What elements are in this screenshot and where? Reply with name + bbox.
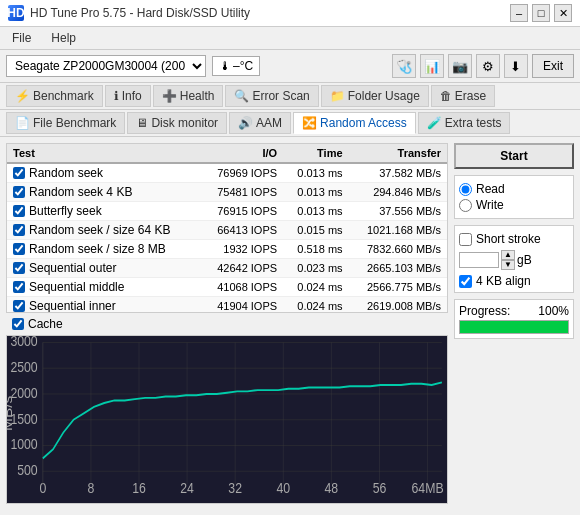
nav-tab-folder-usage[interactable]: 📁Folder Usage bbox=[321, 85, 429, 107]
random-access-icon: 🔀 bbox=[302, 116, 317, 130]
read-radio-row: Read bbox=[459, 182, 569, 196]
title-bar-left: HD HD Tune Pro 5.75 - Hard Disk/SSD Util… bbox=[8, 5, 250, 21]
thermometer-icon: 🌡 bbox=[219, 59, 231, 73]
drive-select[interactable]: Seagate ZP2000GM30004 (2000 GB) bbox=[6, 55, 206, 77]
disk-monitor-label: Disk monitor bbox=[151, 116, 218, 130]
row-checkbox-3[interactable] bbox=[13, 224, 25, 236]
transfer-3: 1021.168 MB/s bbox=[349, 221, 447, 240]
test-name-3: Random seek / size 64 KB bbox=[7, 221, 201, 240]
start-button[interactable]: Start bbox=[454, 143, 574, 169]
time-2: 0.013 ms bbox=[283, 202, 348, 221]
maximize-button[interactable]: □ bbox=[532, 4, 550, 22]
health-label: Health bbox=[180, 89, 215, 103]
icon-health[interactable]: 🩺 bbox=[392, 54, 416, 78]
align-label: 4 KB align bbox=[476, 274, 531, 288]
nav-tab-extra-tests[interactable]: 🧪Extra tests bbox=[418, 112, 511, 134]
transfer-6: 2566.775 MB/s bbox=[349, 278, 447, 297]
row-checkbox-7[interactable] bbox=[13, 300, 25, 312]
short-stroke-checkbox[interactable] bbox=[459, 233, 472, 246]
test-name-6: Sequential middle bbox=[7, 278, 201, 297]
table-row: Random seek 4 KB75481 IOPS0.013 ms294.84… bbox=[7, 183, 447, 202]
align-row: 4 KB align bbox=[459, 274, 569, 288]
nav-tab-file-benchmark[interactable]: 📄File Benchmark bbox=[6, 112, 125, 134]
progress-percent: 100% bbox=[538, 304, 569, 318]
read-radio[interactable] bbox=[459, 183, 472, 196]
nav-tab-disk-monitor[interactable]: 🖥Disk monitor bbox=[127, 112, 227, 134]
row-checkbox-1[interactable] bbox=[13, 186, 25, 198]
col-header-transfer: Transfer bbox=[349, 144, 447, 163]
transfer-4: 7832.660 MB/s bbox=[349, 240, 447, 259]
spin-up-button[interactable]: ▲ bbox=[501, 250, 515, 260]
svg-text:2500: 2500 bbox=[10, 357, 38, 375]
nav-tab-error-scan[interactable]: 🔍Error Scan bbox=[225, 85, 318, 107]
random-access-label: Random Access bbox=[320, 116, 407, 130]
nav-tab-info[interactable]: ℹInfo bbox=[105, 85, 151, 107]
read-label: Read bbox=[476, 182, 505, 196]
time-7: 0.024 ms bbox=[283, 297, 348, 313]
table-row: Sequential middle41068 IOPS0.024 ms2566.… bbox=[7, 278, 447, 297]
test-name-5: Sequential outer bbox=[7, 259, 201, 278]
nav-tab-health[interactable]: ➕Health bbox=[153, 85, 224, 107]
icon-download[interactable]: ⬇ bbox=[504, 54, 528, 78]
title-bar: HD HD Tune Pro 5.75 - Hard Disk/SSD Util… bbox=[0, 0, 580, 27]
chart-area: 3000 2500 2000 1500 1000 500 MB/s 0 8 16… bbox=[6, 335, 448, 505]
nav-tab-benchmark[interactable]: ⚡Benchmark bbox=[6, 85, 103, 107]
row-checkbox-6[interactable] bbox=[13, 281, 25, 293]
time-1: 0.013 ms bbox=[283, 183, 348, 202]
row-checkbox-0[interactable] bbox=[13, 167, 25, 179]
stroke-value[interactable]: 40 bbox=[459, 252, 499, 268]
info-icon: ℹ bbox=[114, 89, 119, 103]
icon-camera[interactable]: 📷 bbox=[448, 54, 472, 78]
row-checkbox-2[interactable] bbox=[13, 205, 25, 217]
temp-value: –°C bbox=[233, 59, 253, 73]
icon-info[interactable]: 📊 bbox=[420, 54, 444, 78]
icon-settings[interactable]: ⚙ bbox=[476, 54, 500, 78]
main-content: TestI/OTimeTransferRandom seek76969 IOPS… bbox=[0, 137, 580, 512]
io-6: 41068 IOPS bbox=[201, 278, 283, 297]
title-controls[interactable]: – □ ✕ bbox=[510, 4, 572, 22]
time-5: 0.023 ms bbox=[283, 259, 348, 278]
results-panel: TestI/OTimeTransferRandom seek76969 IOPS… bbox=[6, 143, 448, 313]
menu-file[interactable]: File bbox=[8, 29, 35, 47]
table-row: Random seek / size 8 MB1932 IOPS0.518 ms… bbox=[7, 240, 447, 259]
erase-icon: 🗑 bbox=[440, 89, 452, 103]
write-radio[interactable] bbox=[459, 199, 472, 212]
close-button[interactable]: ✕ bbox=[554, 4, 572, 22]
toolbar: Seagate ZP2000GM30004 (2000 GB) 🌡 –°C 🩺 … bbox=[0, 50, 580, 83]
io-0: 76969 IOPS bbox=[201, 163, 283, 183]
col-header-test: Test bbox=[7, 144, 201, 163]
progress-text: Progress: bbox=[459, 304, 510, 318]
io-1: 75481 IOPS bbox=[201, 183, 283, 202]
right-panel: Start Read Write Short stroke 40 ▲ ▼ bbox=[454, 143, 574, 506]
benchmark-label: Benchmark bbox=[33, 89, 94, 103]
test-name-7: Sequential inner bbox=[7, 297, 201, 313]
options-group: Short stroke 40 ▲ ▼ gB 4 KB align bbox=[454, 225, 574, 293]
io-7: 41904 IOPS bbox=[201, 297, 283, 313]
transfer-2: 37.556 MB/s bbox=[349, 202, 447, 221]
spin-down-button[interactable]: ▼ bbox=[501, 260, 515, 270]
cache-label: Cache bbox=[28, 317, 63, 331]
transfer-0: 37.582 MB/s bbox=[349, 163, 447, 183]
svg-text:500: 500 bbox=[17, 460, 38, 478]
minimize-button[interactable]: – bbox=[510, 4, 528, 22]
app-icon: HD bbox=[8, 5, 24, 21]
aam-icon: 🔊 bbox=[238, 116, 253, 130]
file-benchmark-label: File Benchmark bbox=[33, 116, 116, 130]
svg-text:3000: 3000 bbox=[10, 336, 38, 350]
time-0: 0.013 ms bbox=[283, 163, 348, 183]
exit-button[interactable]: Exit bbox=[532, 54, 574, 78]
menu-help[interactable]: Help bbox=[47, 29, 80, 47]
cache-checkbox[interactable] bbox=[12, 318, 24, 330]
results-table: TestI/OTimeTransferRandom seek76969 IOPS… bbox=[7, 144, 447, 313]
nav-tab-aam[interactable]: 🔊AAM bbox=[229, 112, 291, 134]
row-checkbox-5[interactable] bbox=[13, 262, 25, 274]
row-checkbox-4[interactable] bbox=[13, 243, 25, 255]
spinner-buttons: ▲ ▼ bbox=[501, 250, 515, 270]
nav-tab-random-access[interactable]: 🔀Random Access bbox=[293, 112, 416, 134]
aam-label: AAM bbox=[256, 116, 282, 130]
disk-monitor-icon: 🖥 bbox=[136, 116, 148, 130]
nav-tab-erase[interactable]: 🗑Erase bbox=[431, 85, 495, 107]
align-checkbox[interactable] bbox=[459, 275, 472, 288]
nav-tabs-row2: 📄File Benchmark🖥Disk monitor🔊AAM🔀Random … bbox=[0, 110, 580, 137]
extra-tests-label: Extra tests bbox=[445, 116, 502, 130]
